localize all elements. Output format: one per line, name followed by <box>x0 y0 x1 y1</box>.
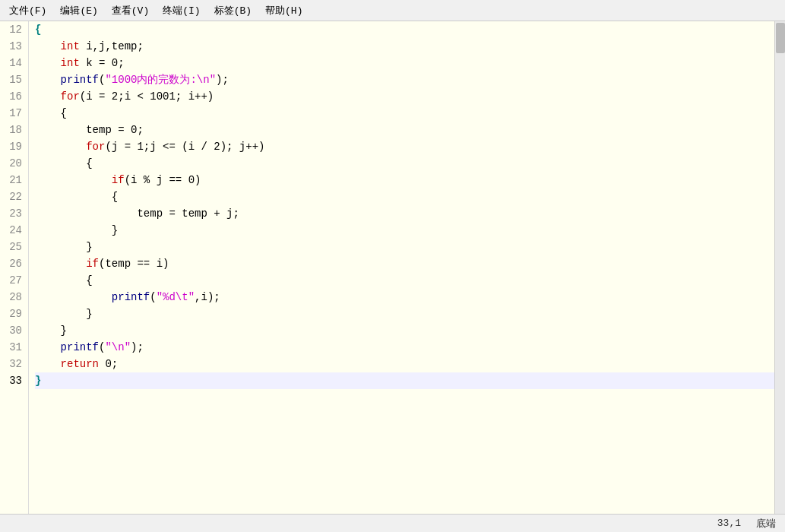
line-number-32: 32 <box>3 356 22 372</box>
code-line-25: } <box>35 239 774 255</box>
line-number-15: 15 <box>3 71 22 88</box>
code-line-15: printf("1000内的完数为:\n"); <box>35 71 774 88</box>
code-area[interactable]: { int i,j,temp; int k = 0; printf("1000内… <box>29 21 774 514</box>
status-mode: 底端 <box>756 517 776 530</box>
cursor-position: 33,1 <box>717 518 741 529</box>
code-line-13: int i,j,temp; <box>35 38 774 55</box>
code-line-24: } <box>35 222 774 239</box>
line-number-30: 30 <box>3 322 22 339</box>
line-number-19: 19 <box>3 138 22 155</box>
code-line-16: for(i = 2;i < 1001; i++) <box>35 88 774 105</box>
line-number-21: 21 <box>3 172 22 188</box>
code-line-32: return 0; <box>35 356 774 372</box>
code-line-21: if(i % j == 0) <box>35 172 774 188</box>
line-number-33: 33 <box>3 372 22 389</box>
menu-file[interactable]: 文件(F) <box>3 2 52 19</box>
code-line-14: int k = 0; <box>35 55 774 71</box>
line-number-22: 22 <box>3 188 22 205</box>
code-line-27: { <box>35 272 774 289</box>
line-number-18: 18 <box>3 122 22 138</box>
line-number-26: 26 <box>3 255 22 272</box>
line-number-20: 20 <box>3 155 22 172</box>
menubar: 文件(F) 编辑(E) 查看(V) 终端(I) 标签(B) 帮助(H) <box>0 0 785 21</box>
code-line-20: { <box>35 155 774 172</box>
line-number-25: 25 <box>3 239 22 255</box>
code-line-28: printf("%d\t",i); <box>35 289 774 306</box>
line-number-13: 13 <box>3 38 22 55</box>
line-number-31: 31 <box>3 339 22 356</box>
line-number-17: 17 <box>3 105 22 122</box>
code-line-17: { <box>35 105 774 122</box>
line-number-12: 12 <box>3 21 22 38</box>
line-number-28: 28 <box>3 289 22 306</box>
statusbar: 33,1 底端 <box>0 514 785 532</box>
code-line-31: printf("\n"); <box>35 339 774 356</box>
line-number-27: 27 <box>3 272 22 289</box>
menu-view[interactable]: 查看(V) <box>106 2 155 19</box>
menu-edit[interactable]: 编辑(E) <box>54 2 103 19</box>
code-line-18: temp = 0; <box>35 122 774 138</box>
line-numbers: 1213141516171819202122232425262728293031… <box>0 21 29 514</box>
code-line-26: if(temp == i) <box>35 255 774 272</box>
menu-terminal[interactable]: 终端(I) <box>157 2 206 19</box>
scrollbar-thumb[interactable] <box>776 23 785 53</box>
code-line-19: for(j = 1;j <= (i / 2); j++) <box>35 138 774 155</box>
scrollbar[interactable] <box>774 21 785 514</box>
menu-help[interactable]: 帮助(H) <box>259 2 309 19</box>
code-line-33: } <box>35 372 774 389</box>
line-number-14: 14 <box>3 55 22 71</box>
line-number-23: 23 <box>3 205 22 222</box>
code-line-23: temp = temp + j; <box>35 205 774 222</box>
code-line-22: { <box>35 188 774 205</box>
line-number-29: 29 <box>3 306 22 322</box>
code-line-29: } <box>35 306 774 322</box>
code-line-12: { <box>35 21 774 38</box>
line-number-24: 24 <box>3 222 22 239</box>
menu-tags[interactable]: 标签(B) <box>208 2 258 19</box>
code-line-30: } <box>35 322 774 339</box>
line-number-16: 16 <box>3 88 22 105</box>
editor-container: 1213141516171819202122232425262728293031… <box>0 21 785 514</box>
